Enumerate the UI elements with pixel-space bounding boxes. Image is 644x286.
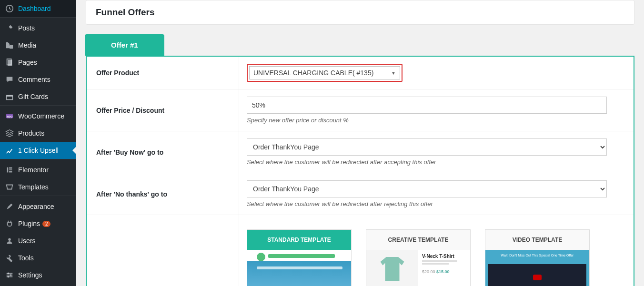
sidebar-item-label: Posts — [18, 24, 35, 32]
offer-product-select[interactable]: UNIVERSAL CHARGING CABLE( #135) ▼ — [249, 66, 400, 79]
sidebar-item-label: Comments — [18, 76, 50, 83]
page-header: Funnel Offers — [86, 0, 634, 25]
chart-icon — [5, 146, 14, 155]
sidebar-item-label: Elementor — [18, 166, 49, 174]
template-video-preview: Wait! Don't Miss Out This Special One Ti… — [485, 250, 589, 286]
sidebar-item-label: Products — [18, 129, 44, 137]
sidebar-item-elementor[interactable]: Elementor — [0, 161, 76, 178]
tools-icon — [5, 253, 14, 263]
sidebar-item-label: Settings — [18, 271, 42, 279]
template-section-label — [87, 215, 239, 286]
admin-sidebar: Dashboard Posts Media Pages Comments Gif… — [0, 0, 76, 286]
svg-rect-9 — [9, 169, 12, 170]
template-video[interactable]: VIDEO TEMPLATE Wait! Don't Miss Out This… — [485, 229, 590, 286]
comments-icon — [5, 75, 14, 84]
sidebar-item-label: Appearance — [18, 203, 54, 210]
plugins-badge: 2 — [42, 221, 51, 227]
sidebar-item-label: Templates — [18, 183, 49, 191]
tab-offer-1[interactable]: Offer #1 — [85, 34, 164, 56]
products-icon — [5, 128, 14, 138]
template-standard-preview — [247, 250, 351, 286]
template-standard-label: STANDARD TEMPLATE — [247, 230, 351, 250]
sidebar-item-pages[interactable]: Pages — [0, 54, 76, 71]
sidebar-item-tools[interactable]: Tools — [0, 249, 76, 266]
dashboard-icon — [5, 4, 14, 13]
sidebar-item-templates[interactable]: Templates — [0, 178, 76, 196]
sidebar-item-comments[interactable]: Comments — [0, 71, 76, 88]
templates-icon — [5, 182, 14, 192]
sidebar-item-label: Dashboard — [18, 5, 51, 12]
after-buy-label: After 'Buy Now' go to — [87, 131, 239, 173]
after-buy-select[interactable]: Order ThankYou Page — [247, 138, 607, 156]
offer-price-input[interactable] — [247, 97, 607, 114]
sidebar-item-gift-cards[interactable]: Gift Cards — [0, 88, 76, 105]
media-icon — [5, 40, 14, 50]
template-creative-preview: V-Neck T-Shirt $20.00 $15.00 — [366, 250, 470, 286]
chevron-down-icon: ▼ — [391, 70, 396, 76]
sidebar-item-plugins[interactable]: Plugins 2 — [0, 215, 76, 232]
svg-rect-8 — [9, 168, 12, 169]
brush-icon — [5, 202, 14, 211]
svg-rect-7 — [7, 168, 9, 173]
sidebar-item-dashboard[interactable]: Dashboard — [0, 0, 76, 17]
settings-icon — [5, 270, 14, 280]
sidebar-item-label: Tools — [18, 254, 34, 262]
woo-icon: woo — [5, 111, 14, 121]
sidebar-item-products[interactable]: Products — [0, 125, 76, 142]
svg-text:woo: woo — [6, 115, 13, 118]
sidebar-item-label: Media — [18, 41, 36, 49]
svg-rect-4 — [7, 95, 13, 97]
svg-rect-2 — [8, 60, 12, 66]
offer-price-label: Offer Price / Discount — [87, 89, 239, 131]
template-standard[interactable]: STANDARD TEMPLATE — [247, 229, 352, 286]
svg-rect-10 — [9, 171, 12, 173]
template-creative-label: CREATIVE TEMPLATE — [366, 230, 470, 250]
sidebar-item-settings[interactable]: Settings — [0, 266, 76, 284]
sidebar-item-appearance[interactable]: Appearance — [0, 198, 76, 215]
sidebar-item-label: 1 Click Upsell — [18, 147, 59, 154]
highlight-box: UNIVERSAL CHARGING CABLE( #135) ▼ — [247, 64, 402, 82]
sidebar-item-label: Pages — [18, 59, 37, 66]
sidebar-item-label: Users — [18, 237, 36, 245]
pin-icon — [5, 23, 14, 33]
sidebar-item-users[interactable]: Users — [0, 232, 76, 249]
after-no-help: Select where the customer will be redire… — [247, 200, 626, 207]
offer-product-label: Offer Product — [87, 57, 239, 89]
svg-point-15 — [8, 273, 10, 275]
page-title: Funnel Offers — [96, 7, 624, 18]
svg-point-11 — [8, 238, 10, 241]
sidebar-item-posts[interactable]: Posts — [0, 20, 76, 37]
tab-row: Offer #1 — [85, 34, 634, 56]
offer-settings-panel: Offer Product UNIVERSAL CHARGING CABLE( … — [86, 56, 634, 286]
sidebar-item-label: Gift Cards — [18, 93, 48, 100]
sidebar-item-1-click-upsell[interactable]: 1 Click Upsell — [0, 142, 76, 159]
sidebar-item-woocommerce[interactable]: woo WooCommerce — [0, 108, 76, 125]
sidebar-item-label: WooCommerce — [18, 112, 64, 120]
after-no-select[interactable]: Order ThankYou Page — [247, 180, 607, 197]
svg-point-16 — [10, 274, 12, 276]
template-video-label: VIDEO TEMPLATE — [485, 230, 589, 250]
svg-point-17 — [8, 276, 10, 278]
template-creative[interactable]: CREATIVE TEMPLATE V-Neck T-Shirt $20.00 — [366, 229, 471, 286]
offer-product-value: UNIVERSAL CHARGING CABLE( #135) — [253, 69, 373, 77]
main-content: Funnel Offers Offer #1 Offer Product UNI… — [76, 0, 644, 286]
sidebar-item-label: Plugins — [18, 220, 40, 227]
pages-icon — [5, 58, 14, 67]
sidebar-item-media[interactable]: Media — [0, 37, 76, 54]
after-no-label: After 'No thanks' go to — [87, 173, 239, 215]
elementor-icon — [5, 165, 14, 175]
users-icon — [5, 236, 14, 246]
plug-icon — [5, 219, 14, 228]
offer-price-help: Specify new offer price or discount % — [247, 117, 626, 124]
gift-icon — [5, 92, 14, 101]
after-buy-help: Select where the customer will be redire… — [247, 158, 626, 166]
